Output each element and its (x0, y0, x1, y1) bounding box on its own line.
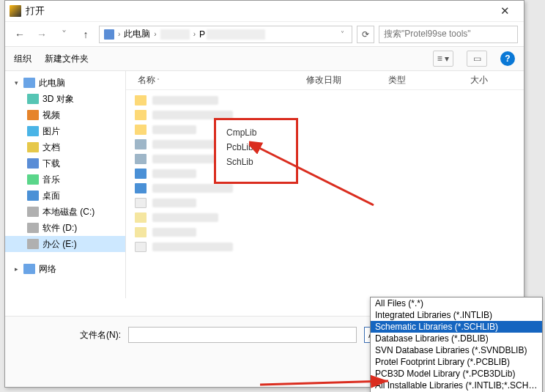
sidebar-item-documents[interactable]: 文档 (5, 139, 125, 155)
navigation-bar: ← → ˅ ↑ › 此电脑 › › P ˅ ⟳ 搜索"Protel99se to… (5, 21, 524, 46)
file-list (126, 90, 524, 257)
sidebar-item-e-drive[interactable]: 办公 (E:) (5, 236, 125, 252)
redacted-name (152, 125, 196, 134)
sidebar-item-c-drive[interactable]: 本地磁盘 (C:) (5, 204, 125, 220)
list-item[interactable] (126, 196, 524, 210)
refresh-icon: ⟳ (362, 29, 369, 40)
sidebar-item-this-pc[interactable]: ▾此电脑 (5, 75, 125, 91)
back-button[interactable]: ← (11, 26, 29, 43)
filename-input[interactable] (128, 327, 357, 343)
redacted-name (152, 199, 196, 207)
body: ▾此电脑 3D 对象 视频 图片 文档 下载 音乐 桌面 本地磁盘 (C:) 软… (5, 71, 524, 298)
close-button[interactable]: ✕ (490, 1, 519, 21)
sidebar-item-label: 此电脑 (39, 77, 65, 89)
toolbar: 组织 新建文件夹 ≡ ▾ ▭ ? (5, 46, 524, 71)
filetype-option[interactable]: All Files (*.*) (371, 297, 542, 309)
sidebar-item-desktop[interactable]: 桌面 (5, 188, 125, 204)
list-item[interactable] (126, 93, 524, 108)
file-icon (135, 198, 147, 208)
titlebar: 打开 ✕ (5, 1, 524, 21)
new-folder-button[interactable]: 新建文件夹 (45, 53, 89, 65)
preview-pane-button[interactable]: ▭ (467, 51, 487, 67)
chevron-right-icon: › (152, 30, 158, 38)
file-icon (135, 212, 147, 223)
list-item[interactable] (126, 108, 524, 122)
app-icon (10, 5, 21, 17)
sidebar-item-pictures[interactable]: 图片 (5, 123, 125, 139)
redacted-name (152, 140, 218, 149)
crumb-p[interactable]: P (199, 29, 205, 40)
sidebar-item-label: 音乐 (42, 174, 60, 186)
redacted-name (152, 243, 233, 251)
list-item[interactable] (126, 181, 524, 196)
sidebar-item-music[interactable]: 音乐 (5, 171, 125, 188)
redacted-name (152, 96, 218, 105)
up-button[interactable]: ↑ (77, 26, 94, 43)
sidebar: ▾此电脑 3D 对象 视频 图片 文档 下载 音乐 桌面 本地磁盘 (C:) 软… (5, 71, 126, 298)
documents-icon (27, 142, 39, 152)
filetype-option[interactable]: PCB3D Model Library (*.PCB3DLib) (371, 368, 542, 380)
filetype-option[interactable]: All Installable Libraries (*.INTLIB;*.SC… (371, 380, 542, 391)
refresh-button[interactable]: ⟳ (357, 26, 374, 43)
filetype-dropdown[interactable]: All Files (*.*) Integrated Libraries (*.… (370, 297, 543, 392)
list-item[interactable] (126, 166, 524, 181)
crumb-redacted (207, 29, 265, 40)
sidebar-item-label: 图片 (42, 125, 60, 138)
search-placeholder: 搜索"Protel99se tools" (384, 28, 471, 40)
folder-icon (135, 110, 147, 120)
sidebar-item-downloads[interactable]: 下载 (5, 155, 125, 171)
file-icon (135, 242, 147, 252)
pictures-icon (27, 126, 39, 136)
list-item[interactable] (126, 225, 524, 240)
callout-line: SchLib (226, 157, 286, 167)
music-icon (27, 174, 39, 185)
filetype-option[interactable]: Protel Footprint Library (*.PCBLIB) (371, 356, 542, 368)
view-options-button[interactable]: ≡ ▾ (433, 51, 453, 67)
recent-dropdown[interactable]: ˅ (55, 26, 73, 43)
sidebar-item-network[interactable]: ▸网络 (5, 261, 125, 277)
list-item[interactable] (126, 152, 524, 166)
sidebar-item-label: 桌面 (42, 190, 60, 202)
redacted-name (152, 228, 196, 237)
col-type[interactable]: 类型 (385, 74, 467, 86)
redacted-name (152, 213, 218, 222)
filetype-option[interactable]: SVN Database Libraries (*.SVNDBLIB) (371, 344, 542, 356)
col-date[interactable]: 修改日期 (303, 74, 385, 86)
crumb-this-pc[interactable]: 此电脑 (124, 28, 150, 40)
drive-icon (27, 207, 39, 217)
expand-icon[interactable]: ▾ (12, 79, 20, 86)
filetype-option[interactable]: Integrated Libraries (*.INTLIB) (371, 309, 542, 321)
list-item[interactable] (126, 210, 524, 225)
sidebar-item-label: 视频 (42, 109, 60, 122)
search-input[interactable]: 搜索"Protel99se tools" (379, 26, 518, 43)
file-icon (135, 154, 147, 164)
organize-menu[interactable]: 组织 (14, 53, 31, 65)
redacted-name (152, 169, 196, 178)
file-icon (135, 169, 147, 179)
breadcrumb[interactable]: › 此电脑 › › P ˅ (99, 26, 352, 43)
sidebar-item-label: 网络 (39, 263, 56, 275)
drive-icon (27, 223, 39, 233)
callout-line: PcbLib (226, 142, 286, 152)
expand-icon[interactable]: ▸ (12, 265, 20, 273)
crumb-redacted (160, 29, 190, 40)
pc-icon (104, 29, 114, 40)
annotation-callout: CmpLib PcbLib SchLib (214, 118, 298, 184)
network-icon (23, 264, 35, 274)
col-name[interactable]: 名称˄ (135, 74, 303, 86)
file-icon (135, 183, 147, 193)
sidebar-item-3d[interactable]: 3D 对象 (5, 91, 125, 107)
filetype-option[interactable]: Database Libraries (*.DBLIB) (371, 333, 542, 344)
sidebar-item-d-drive[interactable]: 软件 (D:) (5, 220, 125, 236)
sidebar-item-videos[interactable]: 视频 (5, 107, 125, 123)
chevron-right-icon: › (191, 30, 198, 38)
list-item[interactable] (126, 240, 524, 254)
filetype-option[interactable]: Schematic Libraries (*.SCHLIB) (371, 321, 542, 333)
list-item[interactable] (126, 137, 524, 152)
breadcrumb-dropdown[interactable]: ˅ (337, 26, 347, 43)
list-item[interactable] (126, 122, 524, 137)
folder-icon (135, 95, 147, 106)
forward-button[interactable]: → (33, 26, 51, 43)
help-button[interactable]: ? (500, 51, 515, 66)
col-size[interactable]: 大小 (467, 74, 519, 86)
